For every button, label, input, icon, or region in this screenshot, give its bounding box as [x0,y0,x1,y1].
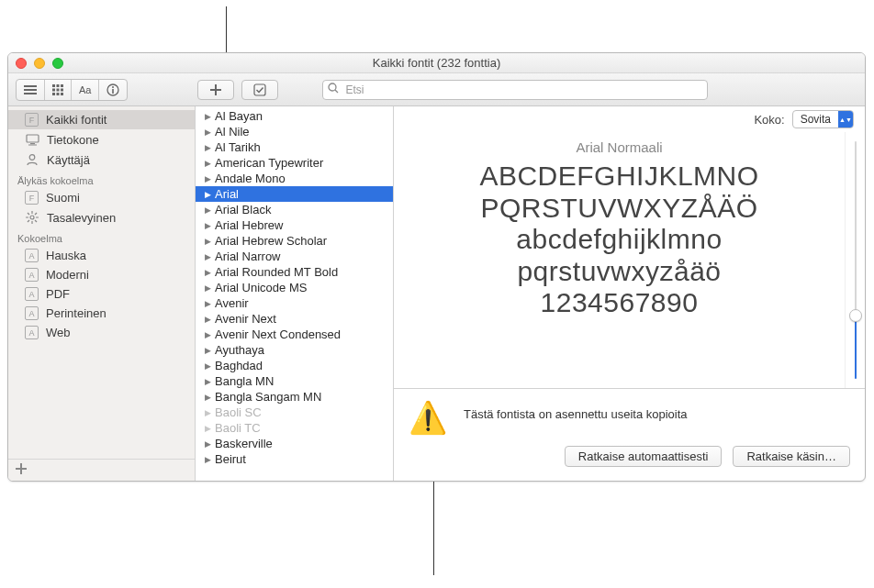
font-name-label: Avenir Next Condensed [215,327,341,341]
font-row[interactable]: ▶Andale Mono [196,171,393,186]
sidebar-item-pdf[interactable]: APDF [8,284,195,304]
sidebar-item-label: Perinteinen [46,306,106,320]
sample-line: pqrstuvwxyzåäö [405,256,834,288]
font-name-label: Arial Hebrew Scholar [215,234,327,248]
disclosure-triangle-icon[interactable]: ▶ [205,159,211,168]
font-row[interactable]: ▶Baskerville [196,436,393,451]
sidebar-item-label: Hauska [46,249,86,262]
svg-point-24 [30,216,34,219]
font-row[interactable]: ▶Bangla MN [196,373,393,389]
disclosure-triangle-icon[interactable]: ▶ [205,237,211,246]
disclosure-triangle-icon[interactable]: ▶ [205,128,211,137]
font-row[interactable]: ▶American Typewriter [196,155,393,171]
disclosure-triangle-icon[interactable]: ▶ [205,439,211,449]
font-row[interactable]: ▶Arial Hebrew [196,217,393,233]
sample-line: PQRSTUVWXYZÅÄÖ [405,193,834,225]
collection-icon: A [25,268,39,282]
sidebar-item-modern[interactable]: AModerni [8,265,195,284]
disclosure-triangle-icon[interactable]: ▶ [205,330,211,339]
toolbar: Aa [8,73,865,106]
sample-line: ABCDEFGHIJKLMNO [405,161,834,193]
font-name-label: Arial Black [215,203,271,216]
svg-point-18 [329,83,336,91]
font-row[interactable]: ▶Baghdad [196,358,393,373]
sidebar-item-suomi[interactable]: FSuomi [8,188,195,207]
font-row[interactable]: ▶Arial Rounded MT Bold [196,264,393,280]
disclosure-triangle-icon[interactable]: ▶ [205,377,211,386]
disclosure-triangle-icon[interactable]: ▶ [205,205,211,215]
font-row[interactable]: ▶Avenir [196,295,393,311]
disclosure-triangle-icon[interactable]: ▶ [205,190,211,199]
sidebar-group-header: Älykäs kokoelma [8,170,195,188]
font-list[interactable]: ▶Al Bayan▶Al Nile▶Al Tarikh▶American Typ… [196,106,394,481]
disclosure-triangle-icon[interactable]: ▶ [205,315,211,324]
font-row[interactable]: ▶Avenir Next [196,311,393,327]
svg-line-19 [335,90,338,93]
disclosure-triangle-icon[interactable]: ▶ [205,299,211,308]
disclosure-triangle-icon[interactable]: ▶ [205,361,211,371]
font-row[interactable]: ▶Arial [196,186,393,202]
add-collection-button[interactable] [16,463,27,477]
sidebar-item-computer[interactable]: Tietokone [8,129,195,150]
stepper-arrows-icon: ▲▼ [838,111,853,128]
font-row[interactable]: ▶Arial Black [196,202,393,217]
svg-rect-11 [61,93,63,95]
disclosure-triangle-icon[interactable]: ▶ [205,174,211,183]
info-icon [106,83,119,96]
font-row[interactable]: ▶Al Bayan [196,108,393,124]
sample-area: Arial Normaali ABCDEFGHIJKLMNO PQRSTUVWX… [394,132,845,388]
svg-rect-21 [30,143,35,144]
sidebar-item-fixed-width[interactable]: Tasalevyinen [8,207,195,227]
svg-rect-17 [254,84,265,95]
disclosure-triangle-icon[interactable]: ▶ [205,393,211,402]
info-button[interactable] [99,80,127,100]
font-row[interactable]: ▶Ayuthaya [196,342,393,358]
resolve-auto-button[interactable]: Ratkaise automaattisesti [565,446,723,467]
font-row[interactable]: ▶Baoli TC [196,420,393,436]
font-row[interactable]: ▶Baoli SC [196,405,393,420]
size-slider[interactable] [845,132,865,388]
view-sample-button[interactable]: Aa [72,80,99,100]
view-grid-button[interactable] [45,80,72,100]
add-font-button[interactable] [197,80,234,100]
sidebar-item-fun[interactable]: AHauska [8,246,195,265]
font-name-label: Bangla MN [215,374,274,388]
font-row[interactable]: ▶Bangla Sangam MN [196,389,393,405]
sidebar-item-traditional[interactable]: APerinteinen [8,304,195,323]
resolve-manual-button[interactable]: Ratkaise käsin… [733,446,850,467]
close-button[interactable] [16,58,27,69]
font-row[interactable]: ▶Al Tarikh [196,139,393,155]
user-icon [25,152,39,167]
disclosure-triangle-icon[interactable]: ▶ [205,408,211,417]
font-row[interactable]: ▶Al Nile [196,124,393,139]
slider-knob[interactable] [849,309,862,322]
disclosure-triangle-icon[interactable]: ▶ [205,424,211,433]
svg-rect-8 [61,88,63,91]
disclosure-triangle-icon[interactable]: ▶ [205,143,211,152]
font-row[interactable]: ▶Arial Narrow [196,249,393,264]
svg-rect-6 [52,88,55,91]
search-input[interactable] [322,80,708,100]
svg-rect-22 [28,144,37,145]
font-row[interactable]: ▶Arial Hebrew Scholar [196,233,393,249]
disclosure-triangle-icon[interactable]: ▶ [205,346,211,355]
disclosure-triangle-icon[interactable]: ▶ [205,252,211,261]
view-list-button[interactable] [17,80,45,100]
font-row[interactable]: ▶Avenir Next Condensed [196,327,393,342]
disclosure-triangle-icon[interactable]: ▶ [205,112,211,121]
font-row[interactable]: ▶Arial Unicode MS [196,280,393,295]
font-row[interactable]: ▶Beirut [196,451,393,467]
sidebar-item-all-fonts[interactable]: FKaikki fontit [8,110,195,129]
svg-rect-4 [57,84,60,87]
validate-button[interactable] [241,80,278,100]
disclosure-triangle-icon[interactable]: ▶ [205,283,211,293]
size-select[interactable]: Sovita ▲▼ [792,110,854,128]
sidebar-item-web[interactable]: AWeb [8,323,195,342]
disclosure-triangle-icon[interactable]: ▶ [205,221,211,230]
disclosure-triangle-icon[interactable]: ▶ [205,455,211,464]
zoom-button[interactable] [52,58,63,69]
sidebar-item-user[interactable]: Käyttäjä [8,150,195,170]
minimize-button[interactable] [34,58,45,69]
disclosure-triangle-icon[interactable]: ▶ [205,268,211,277]
collection-icon: A [25,326,39,339]
